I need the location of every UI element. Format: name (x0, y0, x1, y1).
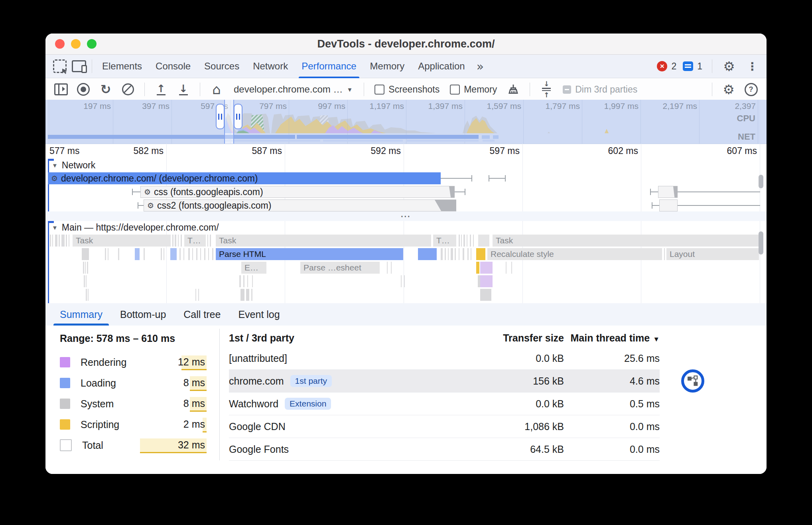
flame-bar-e[interactable]: E… (241, 262, 266, 274)
flame-sliver (85, 262, 86, 274)
flame-bar-recalculate-style[interactable]: Recalculate style (487, 248, 662, 260)
network-request-bar[interactable]: ⚙developer.chrome.com/ (developer.chrome… (48, 172, 441, 184)
issues-icon[interactable] (683, 61, 693, 71)
checkbox-box[interactable] (563, 85, 571, 94)
table-row-google-cdn[interactable]: Google CDN1,086 kB0.0 ms (229, 415, 660, 438)
network-request-bar[interactable]: ⚙css2 (fonts.googleapis.com) (144, 199, 456, 211)
flame-bar[interactable] (476, 248, 485, 260)
flame-bar[interactable] (480, 275, 493, 287)
selection-handle-left[interactable] (216, 104, 225, 129)
show-in-flame-chart-icon[interactable] (681, 369, 704, 393)
main-scrollbar-thumb[interactable] (759, 231, 763, 255)
flame-bar-task[interactable]: Task (493, 235, 759, 247)
tab-network[interactable]: Network (246, 55, 295, 78)
flame-bar[interactable] (418, 248, 437, 260)
garbage-collect-brush-icon[interactable] (504, 81, 522, 98)
tab-summary[interactable]: Summary (51, 303, 111, 326)
issues-count[interactable]: 1 (697, 61, 702, 72)
tab-elements[interactable]: Elements (95, 55, 149, 78)
column-header-party[interactable]: 1st / 3rd party (229, 332, 444, 344)
flame-bar[interactable] (478, 235, 489, 247)
ruler-tick-label: 577 ms (49, 146, 79, 156)
flame-bar-layout[interactable]: Layout (666, 248, 759, 260)
network-request-bar[interactable]: ⚙css (fonts.googleapis.com) (140, 186, 455, 198)
table-row-watchword[interactable]: WatchwordExtension0.0 kB0.5 ms (229, 393, 660, 415)
column-header-main-thread-time[interactable]: Main thread time▼ (564, 332, 660, 344)
table-row-google-fonts[interactable]: Google Fonts64.5 kB0.0 ms (229, 438, 660, 461)
error-count[interactable]: 2 (671, 61, 676, 72)
history-dropdown[interactable]: developer.chrome.com … ▼ (230, 84, 357, 95)
ruler-tick-label: 582 ms (134, 146, 164, 156)
checkbox-box[interactable] (374, 85, 384, 95)
flame-bar-t[interactable]: T… (433, 235, 456, 247)
load-profile-icon[interactable]: ↑ (152, 81, 170, 98)
flame-bar[interactable] (480, 262, 493, 274)
flame-sliver (181, 235, 182, 247)
record-icon[interactable] (74, 81, 93, 98)
toggle-sidebar-icon[interactable] (52, 81, 70, 98)
column-header-transfer-size[interactable]: Transfer size (444, 332, 564, 344)
flame-sliver (207, 235, 208, 247)
flame-sliver (204, 248, 205, 260)
flame-bar[interactable] (246, 289, 249, 301)
dim-third-parties-checkbox[interactable]: Dim 3rd parties (560, 84, 641, 95)
track-overflow-handle[interactable]: ⋯ (45, 211, 767, 221)
flame-bar-parse-html[interactable]: Parse HTML (216, 248, 403, 260)
flame-sliver (455, 248, 456, 260)
main-menu-kebab-icon[interactable]: ⋮ (743, 57, 762, 75)
tab-event-log[interactable]: Event log (229, 303, 288, 326)
flame-bar[interactable] (240, 289, 244, 301)
table-row-unattributed[interactable]: [unattributed]0.0 kB25.6 ms (229, 347, 660, 370)
inspect-element-icon[interactable] (50, 57, 69, 75)
tab-memory[interactable]: Memory (363, 55, 412, 78)
titlebar: DevTools - developer.chrome.com/ (45, 34, 767, 55)
flame-bar[interactable] (480, 289, 491, 301)
divider (92, 59, 92, 73)
tab-console[interactable]: Console (149, 55, 197, 78)
tab-bottom-up[interactable]: Bottom-up (111, 303, 175, 326)
error-icon[interactable]: × (657, 61, 667, 71)
capture-settings-gear-icon[interactable]: ⚙ (719, 81, 738, 98)
home-icon[interactable]: ⌂ (207, 81, 226, 98)
sort-descending-icon[interactable]: ▼ (653, 336, 660, 343)
flame-bar-parse-esheet[interactable]: Parse …esheet (300, 262, 380, 274)
memory-checkbox[interactable]: Memory (447, 84, 500, 95)
tab-sources[interactable]: Sources (197, 55, 246, 78)
category-legend: Rendering12 msLoading8 msSystem8 msScrip… (60, 352, 207, 456)
flame-bar-task[interactable]: Task (216, 235, 431, 247)
reload-and-record-icon[interactable]: ↻ (97, 81, 115, 98)
network-request-bar[interactable] (659, 199, 678, 211)
clear-icon[interactable] (119, 81, 137, 98)
overview-dim-right (234, 100, 760, 144)
minimize-window-button[interactable] (71, 39, 81, 49)
collapse-tracks-icon[interactable]: ↓↑ (537, 81, 556, 98)
flame-bar[interactable] (135, 248, 140, 260)
timeline-overview[interactable]: 197 ms397 ms597 ms797 ms997 ms1,197 ms1,… (45, 100, 767, 144)
flame-bar-t[interactable]: T… (184, 235, 206, 247)
flame-bar[interactable] (82, 248, 89, 260)
main-thread-time-cell: 0.0 ms (564, 444, 660, 455)
screenshots-checkbox[interactable]: Screenshots (371, 84, 443, 95)
flame-sliver (467, 248, 469, 260)
legend-row-rendering: Rendering12 ms (60, 352, 207, 373)
flame-bar[interactable] (476, 262, 479, 274)
settings-gear-icon[interactable]: ⚙ (719, 57, 739, 75)
table-row-chrome-com[interactable]: chrome.com1st party156 kB4.6 ms (229, 370, 660, 393)
checkbox-box[interactable] (450, 85, 460, 95)
more-tabs-button[interactable]: » (472, 55, 489, 78)
flame-bar-task[interactable]: Task (73, 235, 171, 247)
overview-dim-left (48, 100, 225, 144)
device-toolbar-icon[interactable] (69, 57, 89, 75)
tab-call-tree[interactable]: Call tree (175, 303, 229, 326)
close-window-button[interactable] (55, 39, 65, 49)
gear-icon: ⚙ (51, 174, 58, 183)
network-scrollbar-thumb[interactable] (759, 175, 763, 188)
help-icon[interactable]: ? (742, 81, 760, 98)
tab-application[interactable]: Application (411, 55, 471, 78)
tab-performance[interactable]: Performance (295, 55, 363, 78)
selection-handle-right[interactable] (234, 104, 242, 129)
flame-bar[interactable] (170, 248, 177, 260)
flame-sliver (387, 262, 388, 274)
save-profile-icon[interactable]: ↓ (174, 81, 193, 98)
zoom-window-button[interactable] (87, 39, 97, 49)
